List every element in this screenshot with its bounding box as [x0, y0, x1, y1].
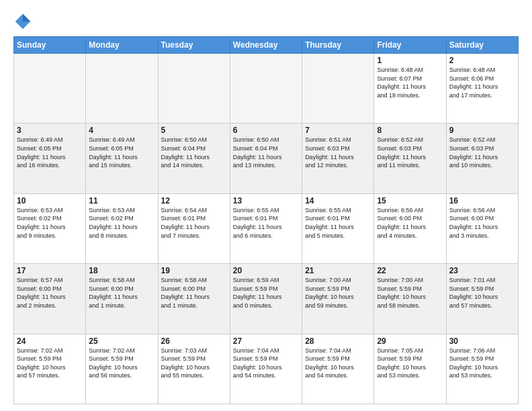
col-header-monday: Monday	[86, 37, 158, 54]
day-number: 27	[233, 336, 299, 346]
day-cell: 20Sunrise: 6:59 AMSunset: 5:59 PMDayligh…	[230, 264, 302, 334]
svg-marker-1	[23, 14, 30, 21]
day-number: 18	[89, 266, 154, 275]
day-number: 11	[89, 196, 154, 205]
calendar-table: SundayMondayTuesdayWednesdayThursdayFrid…	[13, 36, 519, 404]
day-number: 21	[305, 266, 371, 275]
calendar-body: 1Sunrise: 6:48 AMSunset: 6:07 PMDaylight…	[14, 54, 519, 404]
week-row: 1Sunrise: 6:48 AMSunset: 6:07 PMDaylight…	[14, 54, 519, 124]
day-info: Sunrise: 7:02 AMSunset: 5:59 PMDaylight:…	[17, 347, 83, 380]
day-info: Sunrise: 6:53 AMSunset: 6:02 PMDaylight:…	[17, 206, 83, 240]
day-number: 24	[17, 336, 83, 346]
day-info: Sunrise: 6:54 AMSunset: 6:01 PMDaylight:…	[161, 206, 227, 240]
day-cell: 28Sunrise: 7:04 AMSunset: 5:59 PMDayligh…	[302, 334, 374, 404]
day-cell: 30Sunrise: 7:06 AMSunset: 5:59 PMDayligh…	[446, 334, 518, 404]
day-cell: 22Sunrise: 7:00 AMSunset: 5:59 PMDayligh…	[374, 264, 446, 334]
day-info: Sunrise: 6:48 AMSunset: 6:07 PMDaylight:…	[377, 66, 443, 99]
day-number: 14	[305, 196, 371, 205]
day-number: 17	[17, 266, 83, 275]
day-info: Sunrise: 6:56 AMSunset: 6:00 PMDaylight:…	[377, 206, 443, 240]
logo	[13, 12, 35, 31]
day-info: Sunrise: 6:58 AMSunset: 6:00 PMDaylight:…	[161, 276, 227, 310]
day-number: 9	[449, 126, 515, 135]
header-row: SundayMondayTuesdayWednesdayThursdayFrid…	[14, 37, 519, 54]
day-cell: 14Sunrise: 6:55 AMSunset: 6:01 PMDayligh…	[302, 193, 374, 263]
day-number: 28	[305, 336, 371, 346]
col-header-tuesday: Tuesday	[158, 37, 230, 54]
day-cell: 15Sunrise: 6:56 AMSunset: 6:00 PMDayligh…	[374, 193, 446, 263]
day-number: 20	[233, 266, 299, 275]
day-info: Sunrise: 7:06 AMSunset: 5:59 PMDaylight:…	[449, 347, 515, 380]
day-info: Sunrise: 6:56 AMSunset: 6:00 PMDaylight:…	[449, 206, 515, 240]
day-info: Sunrise: 7:02 AMSunset: 5:59 PMDaylight:…	[89, 347, 154, 380]
day-number: 13	[233, 196, 299, 205]
day-info: Sunrise: 7:00 AMSunset: 5:59 PMDaylight:…	[377, 276, 443, 310]
day-number: 12	[161, 196, 227, 205]
day-number: 5	[161, 126, 227, 135]
day-info: Sunrise: 6:48 AMSunset: 6:06 PMDaylight:…	[449, 66, 515, 99]
day-number: 16	[449, 196, 515, 205]
week-row: 3Sunrise: 6:49 AMSunset: 6:05 PMDaylight…	[14, 124, 519, 193]
day-cell: 29Sunrise: 7:05 AMSunset: 5:59 PMDayligh…	[374, 334, 446, 404]
day-info: Sunrise: 6:55 AMSunset: 6:01 PMDaylight:…	[233, 206, 299, 240]
day-info: Sunrise: 6:55 AMSunset: 6:01 PMDaylight:…	[305, 206, 371, 240]
day-info: Sunrise: 6:52 AMSunset: 6:03 PMDaylight:…	[377, 136, 443, 169]
day-cell: 4Sunrise: 6:49 AMSunset: 6:05 PMDaylight…	[86, 124, 158, 193]
day-info: Sunrise: 6:50 AMSunset: 6:04 PMDaylight:…	[161, 136, 227, 169]
day-info: Sunrise: 7:03 AMSunset: 5:59 PMDaylight:…	[161, 347, 227, 380]
day-cell: 13Sunrise: 6:55 AMSunset: 6:01 PMDayligh…	[230, 193, 302, 263]
day-number: 2	[449, 56, 515, 65]
day-number: 1	[377, 56, 443, 65]
day-cell: 11Sunrise: 6:53 AMSunset: 6:02 PMDayligh…	[86, 193, 158, 263]
day-number: 4	[89, 126, 154, 135]
day-cell: 5Sunrise: 6:50 AMSunset: 6:04 PMDaylight…	[158, 124, 230, 193]
day-number: 10	[17, 196, 83, 205]
day-number: 25	[89, 336, 154, 346]
day-info: Sunrise: 7:01 AMSunset: 5:59 PMDaylight:…	[449, 276, 515, 310]
logo-icon	[13, 12, 32, 31]
day-info: Sunrise: 6:49 AMSunset: 6:05 PMDaylight:…	[89, 136, 154, 169]
week-row: 10Sunrise: 6:53 AMSunset: 6:02 PMDayligh…	[14, 193, 519, 263]
day-info: Sunrise: 6:51 AMSunset: 6:03 PMDaylight:…	[305, 136, 371, 169]
day-info: Sunrise: 7:04 AMSunset: 5:59 PMDaylight:…	[305, 347, 371, 380]
week-row: 24Sunrise: 7:02 AMSunset: 5:59 PMDayligh…	[14, 334, 519, 404]
day-cell: 21Sunrise: 7:00 AMSunset: 5:59 PMDayligh…	[302, 264, 374, 334]
day-cell: 17Sunrise: 6:57 AMSunset: 6:00 PMDayligh…	[14, 264, 86, 334]
day-cell	[302, 54, 374, 124]
day-cell: 9Sunrise: 6:52 AMSunset: 6:03 PMDaylight…	[446, 124, 518, 193]
day-cell: 16Sunrise: 6:56 AMSunset: 6:00 PMDayligh…	[446, 193, 518, 263]
day-number: 15	[377, 196, 443, 205]
day-info: Sunrise: 7:04 AMSunset: 5:59 PMDaylight:…	[233, 347, 299, 380]
col-header-wednesday: Wednesday	[230, 37, 302, 54]
day-cell: 7Sunrise: 6:51 AMSunset: 6:03 PMDaylight…	[302, 124, 374, 193]
day-info: Sunrise: 6:52 AMSunset: 6:03 PMDaylight:…	[449, 136, 515, 169]
day-cell: 24Sunrise: 7:02 AMSunset: 5:59 PMDayligh…	[14, 334, 86, 404]
day-cell: 19Sunrise: 6:58 AMSunset: 6:00 PMDayligh…	[158, 264, 230, 334]
day-cell: 3Sunrise: 6:49 AMSunset: 6:05 PMDaylight…	[14, 124, 86, 193]
day-cell	[14, 54, 86, 124]
day-cell: 23Sunrise: 7:01 AMSunset: 5:59 PMDayligh…	[446, 264, 518, 334]
day-number: 8	[377, 126, 443, 135]
day-info: Sunrise: 7:05 AMSunset: 5:59 PMDaylight:…	[377, 347, 443, 380]
day-number: 23	[449, 266, 515, 275]
day-number: 30	[449, 336, 515, 346]
day-info: Sunrise: 6:59 AMSunset: 5:59 PMDaylight:…	[233, 276, 299, 310]
day-cell	[230, 54, 302, 124]
col-header-friday: Friday	[374, 37, 446, 54]
day-info: Sunrise: 6:50 AMSunset: 6:04 PMDaylight:…	[233, 136, 299, 169]
day-info: Sunrise: 6:57 AMSunset: 6:00 PMDaylight:…	[17, 276, 83, 310]
day-number: 19	[161, 266, 227, 275]
day-cell: 26Sunrise: 7:03 AMSunset: 5:59 PMDayligh…	[158, 334, 230, 404]
day-cell: 1Sunrise: 6:48 AMSunset: 6:07 PMDaylight…	[374, 54, 446, 124]
page: SundayMondayTuesdayWednesdayThursdayFrid…	[0, 0, 532, 411]
day-cell	[158, 54, 230, 124]
col-header-saturday: Saturday	[446, 37, 518, 54]
day-number: 3	[17, 126, 83, 135]
day-info: Sunrise: 6:58 AMSunset: 6:00 PMDaylight:…	[89, 276, 154, 310]
day-cell: 6Sunrise: 6:50 AMSunset: 6:04 PMDaylight…	[230, 124, 302, 193]
header	[13, 12, 519, 31]
day-cell: 12Sunrise: 6:54 AMSunset: 6:01 PMDayligh…	[158, 193, 230, 263]
day-cell: 2Sunrise: 6:48 AMSunset: 6:06 PMDaylight…	[446, 54, 518, 124]
day-cell: 8Sunrise: 6:52 AMSunset: 6:03 PMDaylight…	[374, 124, 446, 193]
day-number: 29	[377, 336, 443, 346]
